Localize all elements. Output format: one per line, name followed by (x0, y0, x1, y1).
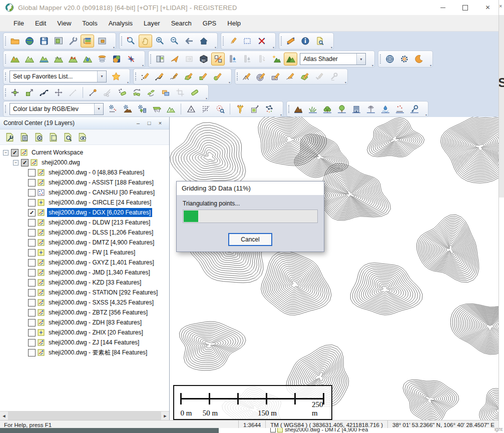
world-globe-icon[interactable] (23, 34, 36, 48)
tree-item-layer[interactable]: sheji2000.dwg - ZBTZ [356 Features] (0, 308, 169, 318)
layer-label[interactable]: sheji2000.dwg - DLDW [213 Features] (47, 218, 152, 227)
lidar-auto-classify-icon[interactable] (106, 102, 120, 116)
create-point-icon[interactable] (138, 70, 152, 83)
layer-label[interactable]: sheji2000.dwg - 0 [48,863 Features] (47, 168, 146, 177)
layer-checkbox[interactable] (28, 319, 36, 326)
tree-item-layer[interactable]: sheji2000.dwg - STATION [292 Features] (0, 288, 169, 298)
map-view[interactable]: 0 m 50 m 150 m 250 m Gridding 3D Data (1… (170, 117, 499, 420)
class-grass-icon[interactable] (306, 102, 319, 116)
tree-expand-icon[interactable]: − (3, 150, 9, 156)
dropdown-arrow-icon[interactable]: ▾ (356, 54, 365, 64)
class-powerline-icon[interactable] (364, 102, 377, 116)
layer-label[interactable]: sheji2000.dwg - SXSS [4,325 Features] (47, 298, 155, 307)
profile-plane-icon[interactable] (168, 52, 181, 66)
tree-item-layer[interactable]: sheji2000.dwg - CANSHU [30 Features] (0, 188, 169, 198)
layer-label[interactable]: sheji2000.dwg - KZD [33 Features] (47, 278, 143, 287)
tree-item-workspace[interactable]: −✓Current Workspace (0, 148, 169, 158)
fence-layers-icon[interactable] (95, 52, 109, 66)
lidar-classify-buildings-icon[interactable] (135, 102, 149, 116)
layer-label[interactable]: sheji2000.dwg - GXYZ [1,401 Features] (47, 258, 156, 267)
menu-help[interactable]: Help (222, 15, 246, 31)
layer-checkbox[interactable] (28, 239, 36, 246)
pan-hand-icon[interactable] (139, 34, 152, 48)
layer-checkbox[interactable] (28, 289, 36, 296)
flood-mountain-icon[interactable] (37, 52, 51, 66)
layer-checkbox[interactable] (28, 329, 36, 336)
tree-item-layer[interactable]: sheji2000.dwg - 要素桩 [84 Features] (0, 348, 169, 358)
menu-analysis[interactable]: Analysis (103, 15, 138, 31)
lidar-classify-ground-icon[interactable] (121, 102, 134, 116)
zoom-out-icon[interactable] (168, 34, 181, 48)
cancel-button[interactable]: Cancel (228, 233, 272, 246)
layer-checkbox[interactable] (28, 299, 36, 306)
layer-label[interactable]: sheji2000.dwg - ZJ [144 Features] (47, 338, 141, 347)
watershed-mountain-icon[interactable] (81, 52, 94, 66)
contour-mountain-icon[interactable] (23, 52, 36, 66)
layer-checkbox[interactable] (28, 279, 36, 286)
split-screen-icon[interactable] (153, 52, 167, 66)
create-text-angle-icon[interactable]: x (240, 70, 253, 83)
sun-mountain-icon[interactable] (269, 52, 283, 66)
zoom-in-icon[interactable] (153, 34, 167, 48)
layer-label[interactable]: sheji2000.dwg - CANSHU [30 Features] (47, 188, 156, 197)
layer-label[interactable]: sheji2000.dwg - JMD [1,340 Features] (47, 268, 152, 277)
class-tree-icon[interactable] (335, 102, 348, 116)
menu-tools[interactable]: Tools (77, 15, 103, 31)
lidar-network-icon[interactable] (262, 102, 276, 116)
edit-vertices-icon[interactable] (37, 86, 51, 99)
map-catalog-icon[interactable] (52, 34, 65, 48)
menu-layer[interactable]: Layer (138, 15, 166, 31)
volume-mountain-icon[interactable] (52, 52, 65, 66)
create-line-icon[interactable] (153, 70, 166, 83)
layer-label[interactable]: sheji2000.dwg - STATION [292 Features] (47, 288, 159, 297)
night-moon-icon[interactable] (412, 52, 425, 66)
rotate-features-icon[interactable] (130, 86, 143, 99)
layer-checkbox[interactable] (28, 309, 36, 316)
menu-file[interactable]: File (8, 15, 30, 31)
layer-checkbox[interactable]: ✓ (11, 149, 19, 156)
favorites-combo[interactable]: Set up Favorites List...▾ (10, 70, 107, 82)
create-grid-icon[interactable] (269, 70, 282, 83)
layer-checkbox[interactable] (28, 199, 36, 206)
tree-item-layer[interactable]: sheji2000.dwg - SXSS [4,325 Features] (0, 298, 169, 308)
minimize-button[interactable] (431, 0, 454, 15)
water-level-gauge-icon[interactable] (226, 52, 239, 66)
lidar-grid-slash-icon[interactable] (199, 102, 212, 116)
layer-label[interactable]: sheji2000.dwg - DLSS [1,206 Features] (47, 228, 155, 237)
layer-label[interactable]: sheji2000.dwg - ZDH [83 Features] (47, 318, 143, 327)
copy-nodes-icon[interactable] (115, 86, 129, 99)
tree-item-layer[interactable]: sheji2000.dwg - GXYZ [1,401 Features] (0, 258, 169, 268)
tree-item-layer[interactable]: sheji2000.dwg - FW [1 Features] (0, 248, 169, 258)
elev-color-mountain-icon[interactable] (8, 52, 22, 66)
layer-checkbox[interactable] (28, 339, 36, 346)
layer-checkbox[interactable]: ✓ (28, 209, 36, 216)
layer-label[interactable]: sheji2000.dwg - FW [1 Features] (47, 248, 137, 257)
control-center-icon[interactable] (81, 34, 94, 48)
feature-info-icon[interactable] (298, 34, 312, 48)
overview-map-icon[interactable] (95, 34, 109, 48)
paint-select-area-icon[interactable] (298, 70, 311, 83)
maximize-button[interactable] (454, 0, 476, 15)
shift-features-icon[interactable] (144, 86, 158, 99)
dropdown-arrow-icon[interactable]: ▾ (97, 71, 106, 82)
layer-close-icon[interactable] (32, 130, 46, 144)
menu-search[interactable]: Search (166, 15, 197, 31)
shade-mountain-icon[interactable] (284, 52, 297, 66)
lidar-triangle-icon[interactable] (184, 102, 198, 116)
class-shrub-icon[interactable] (320, 102, 334, 116)
insert-vertex-icon[interactable] (283, 70, 297, 83)
tree-item-layer[interactable]: sheji2000.dwg - DLDW [213 Features] (0, 218, 169, 228)
shader-combo[interactable]: Atlas Shader▾ (300, 53, 366, 65)
layer-checkbox[interactable] (28, 179, 36, 186)
class-noise-icon[interactable] (393, 102, 406, 116)
tree-item-layer[interactable]: ✓sheji2000.dwg - DGX [6,020 Features] (0, 208, 169, 218)
layer-search-icon[interactable] (61, 130, 75, 144)
tree-expand-icon[interactable]: − (13, 160, 19, 166)
layer-label[interactable]: sheji2000.dwg - ASSIST [188 Features] (47, 178, 155, 187)
view-3d-cube-icon[interactable]: 3D (197, 52, 210, 66)
delete-red-x-icon[interactable] (255, 34, 268, 48)
panel-horizontal-scrollbar[interactable]: ◄ ► (0, 411, 169, 420)
class-key-icon[interactable] (407, 102, 421, 116)
move-selected-icon[interactable] (52, 86, 65, 99)
panel-maximize-button[interactable]: □ (144, 120, 155, 126)
